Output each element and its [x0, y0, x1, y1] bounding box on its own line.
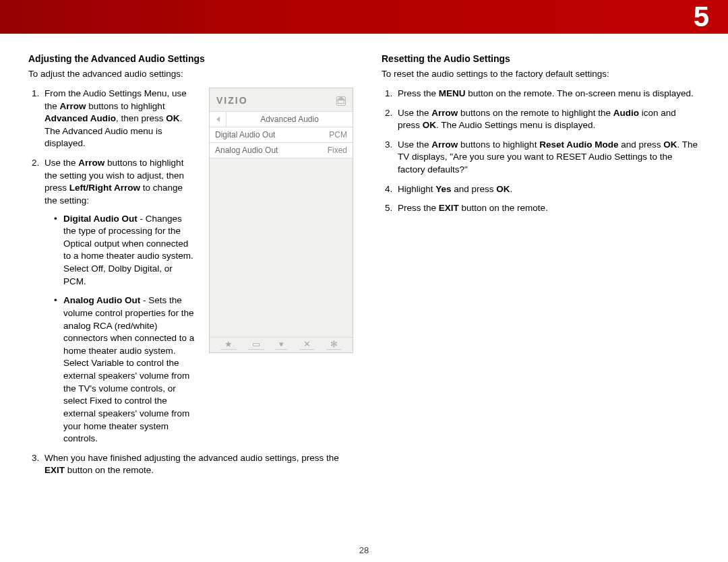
left-ordered-list: From the Audio Settings Menu, use the Ar…: [28, 88, 197, 445]
left-intro: To adjust the advanced audio settings:: [28, 68, 353, 81]
t: buttons on the remote to highlight the: [458, 108, 613, 118]
vizio-menu: VIZIO Advanced Audio Digital Audio Out P…: [209, 88, 353, 353]
menu-item-analog-audio: Analog Audio Out Fixed: [210, 143, 353, 158]
right-step-1: Press the MENU button on the remote. The…: [395, 88, 700, 100]
t: OK: [423, 120, 436, 130]
t: Arrow: [431, 108, 458, 118]
t: buttons to highlight: [458, 139, 539, 150]
t: . The Audio Settings menu is displayed.: [436, 120, 595, 130]
t: Use the: [398, 139, 431, 150]
t: Audio: [613, 108, 639, 118]
right-ordered-list: Press the MENU button on the remote. The…: [382, 88, 700, 215]
left-ordered-list-cont: When you have finished adjusting the adv…: [28, 452, 353, 484]
t: Reset Audio Mode: [539, 139, 618, 150]
t: button on the remote.: [459, 203, 548, 213]
steps-1-2: From the Audio Settings Menu, use the Ar…: [28, 88, 197, 452]
t: EXIT: [44, 465, 65, 475]
t: button on the remote.: [65, 465, 154, 475]
t: Arrow: [60, 101, 86, 111]
menu-item-digital-audio: Digital Audio Out PCM: [210, 127, 353, 143]
left-top-row: From the Audio Settings Menu, use the Ar…: [28, 88, 353, 452]
vizio-title: Advanced Audio: [226, 114, 353, 125]
gear-icon: ✻: [326, 340, 342, 350]
right-step-5: Press the EXIT button on the remote.: [395, 202, 700, 215]
t: Highlight: [398, 184, 435, 194]
t: Use the: [44, 158, 78, 168]
t: Press the: [398, 88, 439, 98]
page-number: 28: [0, 545, 728, 555]
t: Arrow: [431, 139, 458, 150]
star-icon: ★: [220, 340, 237, 350]
right-intro: To reset the audio settings to the facto…: [382, 68, 700, 81]
t: OK: [496, 184, 510, 194]
t: Use the: [398, 108, 431, 118]
t: Yes: [435, 184, 451, 194]
t: MENU: [439, 88, 466, 98]
t: and press: [618, 139, 663, 150]
t: Arrow: [78, 158, 104, 168]
t: , then press: [116, 113, 166, 123]
right-step-4: Highlight Yes and press OK.: [395, 183, 700, 196]
t: When you have finished adjusting the adv…: [44, 453, 339, 463]
menu-label: Analog Audio Out: [215, 145, 278, 156]
menu-value: PCM: [329, 129, 347, 141]
t: Left/Right Arrow: [69, 183, 140, 193]
t: OK: [166, 113, 179, 123]
bullet-analog-audio: Analog Audio Out - Sets the volume contr…: [54, 294, 197, 445]
vizio-footer: ★ ▭ ▾ ✕ ✻: [210, 337, 353, 352]
t: - Changes the type of processing for the…: [63, 214, 193, 286]
t: EXIT: [439, 203, 459, 213]
vizio-title-row: Advanced Audio: [210, 111, 353, 127]
t: Advanced Audio: [44, 113, 116, 123]
left-column: Adjusting the Advanced Audio Settings To…: [28, 53, 353, 562]
t: .: [510, 184, 513, 194]
right-step-3: Use the Arrow buttons to highlight Reset…: [395, 139, 700, 177]
chapter-number: 5: [694, 0, 709, 34]
left-bullets: Digital Audio Out - Changes the type of …: [44, 213, 197, 445]
page-body: Adjusting the Advanced Audio Settings To…: [0, 34, 728, 562]
v-icon: ▾: [275, 340, 288, 350]
back-icon: [210, 112, 226, 127]
t: Press the: [398, 203, 439, 213]
t: OK: [663, 139, 677, 150]
vizio-logo: VIZIO: [216, 94, 248, 107]
t: buttons to highlight: [86, 101, 165, 111]
t: Analog Audio Out: [63, 295, 140, 305]
left-step-2: Use the Arrow buttons to highlight the s…: [42, 157, 197, 445]
t: and press: [452, 184, 497, 194]
right-column: Resetting the Audio Settings To reset th…: [382, 53, 700, 562]
t: button on the remote. The on-screen menu…: [466, 88, 694, 98]
vizio-header: VIZIO: [210, 88, 353, 111]
right-step-2: Use the Arrow buttons on the remote to h…: [395, 107, 700, 132]
left-heading: Adjusting the Advanced Audio Settings: [28, 53, 353, 65]
bullet-digital-audio: Digital Audio Out - Changes the type of …: [54, 213, 197, 288]
home-icon: [336, 96, 346, 106]
right-heading: Resetting the Audio Settings: [382, 53, 700, 65]
menu-label: Digital Audio Out: [215, 129, 275, 141]
wide-icon: ▭: [248, 340, 264, 350]
t: - Sets the volume control properties for…: [63, 295, 194, 443]
left-step-1: From the Audio Settings Menu, use the Ar…: [42, 88, 197, 150]
left-step-3: When you have finished adjusting the adv…: [42, 452, 353, 477]
x-icon: ✕: [299, 340, 315, 350]
chapter-header: 5: [0, 0, 728, 34]
t: Digital Audio Out: [63, 214, 138, 224]
menu-value: Fixed: [328, 145, 347, 156]
